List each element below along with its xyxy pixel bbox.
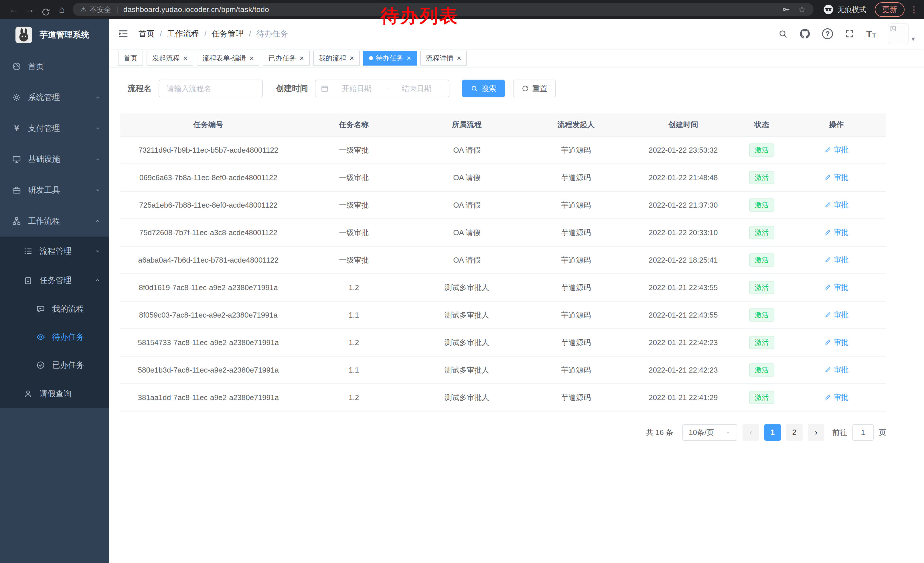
cell-starter: 芋道源码 — [522, 246, 630, 274]
breadcrumb-task-mgmt[interactable]: 任务管理 — [212, 29, 244, 39]
cell-task-id: 580e1b3d-7ac8-11ec-a9e2-a2380e71991a — [120, 356, 296, 384]
col-task-name: 任务名称 — [296, 113, 411, 136]
search-icon[interactable] — [778, 29, 788, 39]
font-size-icon[interactable]: TT — [866, 29, 876, 39]
bookmark-star-icon[interactable]: ☆ — [798, 4, 806, 15]
date-range-picker[interactable]: 开始日期 - 结束日期 — [315, 80, 449, 98]
approve-link[interactable]: 审批 — [824, 200, 848, 210]
approve-link[interactable]: 审批 — [824, 173, 848, 182]
page-button-1[interactable]: 1 — [764, 424, 781, 441]
forward-icon[interactable]: → — [22, 0, 38, 19]
security-label[interactable]: 不安全 — [90, 5, 111, 14]
sidebar-toggle-icon[interactable] — [118, 29, 129, 39]
cell-starter: 芋道源码 — [522, 301, 630, 329]
tab-close-icon[interactable]: × — [299, 54, 304, 62]
cell-status: 激活 — [737, 136, 787, 164]
user-icon — [23, 389, 33, 398]
cell-action: 审批 — [787, 274, 886, 301]
sidebar-item-label: 已办任务 — [52, 360, 101, 371]
browser-menu-icon[interactable]: ⋮ — [910, 5, 918, 15]
edit-icon — [824, 146, 831, 153]
sidebar-item-my-process[interactable]: 我的流程 — [0, 295, 109, 323]
chevron-down-icon — [94, 94, 101, 101]
home-icon[interactable]: ⌂ — [54, 0, 70, 19]
approve-link[interactable]: 审批 — [824, 145, 848, 155]
back-icon[interactable]: ← — [6, 0, 22, 19]
sidebar-item-system[interactable]: 系统管理 — [0, 82, 109, 113]
tab-start-process[interactable]: 发起流程 × — [147, 51, 193, 66]
breadcrumb-separator: / — [204, 29, 207, 38]
chevron-up-icon — [94, 218, 101, 224]
prev-page-button[interactable]: ‹ — [742, 424, 759, 441]
github-icon[interactable] — [800, 29, 810, 39]
end-date-placeholder: 结束日期 — [390, 84, 444, 94]
tab-close-icon[interactable]: × — [457, 54, 461, 62]
breadcrumb-home[interactable]: 首页 — [138, 29, 154, 39]
task-table: 任务编号 任务名称 所属流程 流程发起人 创建时间 状态 操作 73211d9d… — [120, 113, 886, 411]
tab-done-tasks[interactable]: 已办任务 × — [263, 51, 309, 66]
tab-form-edit[interactable]: 流程表单-编辑 × — [196, 51, 260, 66]
approve-link[interactable]: 审批 — [824, 227, 848, 237]
tab-home[interactable]: 首页 — [118, 51, 143, 66]
tab-todo-tasks[interactable]: 待办任务 × — [363, 51, 417, 66]
breadcrumb-separator: / — [160, 29, 162, 38]
breadcrumb-workflow[interactable]: 工作流程 — [167, 29, 199, 39]
avatar[interactable] — [888, 24, 909, 44]
chevron-down-icon — [94, 125, 101, 131]
next-page-button[interactable]: › — [808, 424, 824, 441]
approve-link[interactable]: 审批 — [824, 392, 848, 402]
cell-starter: 芋道源码 — [522, 164, 630, 191]
approve-link[interactable]: 审批 — [824, 310, 848, 320]
cell-starter: 芋道源码 — [522, 219, 630, 246]
cell-action: 审批 — [787, 164, 886, 191]
page-size-select[interactable]: 10条/页 — [682, 424, 737, 441]
approve-link[interactable]: 审批 — [824, 282, 848, 293]
sidebar-item-devtools[interactable]: 研发工具 — [0, 175, 109, 206]
password-key-icon[interactable] — [782, 5, 790, 14]
workflow-submenu: 流程管理 任务管理 — [0, 237, 109, 408]
reload-icon[interactable] — [38, 3, 54, 17]
cell-task-name: 1.2 — [296, 384, 411, 411]
tab-my-process[interactable]: 我的流程 × — [313, 51, 360, 66]
status-badge: 激活 — [749, 363, 774, 377]
process-name-input[interactable] — [159, 80, 263, 98]
tab-close-icon[interactable]: × — [350, 54, 354, 62]
cell-task-name: 1.1 — [296, 356, 411, 384]
fullscreen-icon[interactable] — [845, 29, 854, 38]
sidebar-item-done-tasks[interactable]: 已办任务 — [0, 351, 109, 379]
approve-link[interactable]: 审批 — [824, 365, 848, 375]
table-row: 8f0d1619-7ac8-11ec-a9e2-a2380e71991a 1.2… — [120, 274, 886, 301]
url-text[interactable]: dashboard.yudao.iocoder.cn/bpm/task/todo — [123, 5, 269, 14]
not-secure-warning-icon: ⚠ — [80, 5, 87, 14]
app-logo[interactable]: 芋道管理系统 — [0, 19, 109, 51]
update-button[interactable]: 更新 — [875, 2, 904, 17]
goto-page-input[interactable] — [852, 424, 874, 441]
sidebar-item-todo-tasks[interactable]: 待办任务 — [0, 323, 109, 351]
sidebar-item-payment[interactable]: ¥ 支付管理 — [0, 113, 109, 144]
tab-close-icon[interactable]: × — [183, 54, 188, 62]
tab-close-icon[interactable]: × — [249, 54, 254, 62]
cell-process: 测试多审批人 — [411, 301, 522, 329]
tab-label: 发起流程 — [152, 54, 180, 63]
search-button[interactable]: 搜索 — [462, 80, 505, 98]
sidebar-item-task-mgmt[interactable]: 任务管理 — [0, 266, 109, 295]
sidebar-item-leave-query[interactable]: 请假查询 — [0, 379, 109, 408]
incognito-label: 无痕模式 — [837, 5, 866, 14]
tab-process-detail[interactable]: 流程详情 × — [420, 51, 467, 66]
reset-button[interactable]: 重置 — [513, 80, 556, 98]
sidebar-item-workflow[interactable]: 工作流程 — [0, 206, 109, 237]
page-button-2[interactable]: 2 — [786, 424, 802, 441]
cell-status: 激活 — [737, 219, 787, 246]
approve-link[interactable]: 审批 — [824, 255, 848, 265]
tab-close-icon[interactable]: × — [407, 54, 411, 62]
docs-icon[interactable]: ? — [822, 29, 833, 39]
user-avatar[interactable]: ▾ — [888, 24, 915, 44]
tags-view: 首页 发起流程 × 流程表单-编辑 × 已办任务 × 我的流程 × 待办任务 × — [109, 49, 924, 68]
sidebar-item-infrastructure[interactable]: 基础设施 — [0, 144, 109, 175]
cell-create-time: 2022-01-21 22:41:29 — [630, 384, 737, 411]
sidebar-item-process-mgmt[interactable]: 流程管理 — [0, 237, 109, 266]
sidebar-item-home[interactable]: 首页 — [0, 51, 109, 82]
approve-link[interactable]: 审批 — [824, 337, 848, 347]
cell-process: 测试多审批人 — [411, 356, 522, 384]
cell-starter: 芋道源码 — [522, 136, 630, 164]
